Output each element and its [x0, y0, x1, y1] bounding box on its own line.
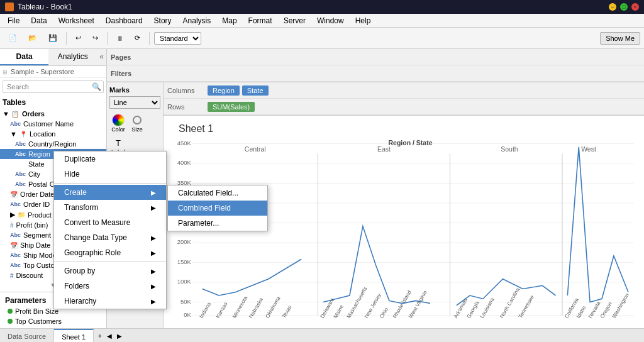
nav-right-button[interactable]: ▶ — [115, 332, 124, 340]
minimize-button[interactable]: − — [609, 3, 616, 11]
abc-icon: Abc — [10, 232, 21, 238]
field-customer-name[interactable]: Abc Customer Name — [0, 119, 106, 129]
menu-analysis[interactable]: Analysis — [178, 15, 216, 26]
state-pill[interactable]: State — [242, 86, 269, 96]
menu-dashboard[interactable]: Dashboard — [101, 15, 148, 26]
orders-group-title[interactable]: ▼ 📋 Orders — [0, 109, 106, 119]
abc-icon: Abc — [10, 201, 21, 207]
separator-2 — [107, 32, 108, 45]
separator-1 — [66, 32, 67, 45]
svg-text:Nebraska: Nebraska — [248, 296, 265, 319]
ctx-change-data-type[interactable]: Change Data Type ▶ — [54, 230, 166, 245]
calendar-icon: 📅 — [10, 242, 18, 249]
abc-icon: Abc — [15, 181, 26, 187]
group-by-arrow-icon: ▶ — [151, 268, 156, 275]
svg-text:Louisiana: Louisiana — [479, 296, 496, 319]
sum-sales-pill[interactable]: SUM(Sales) — [208, 102, 255, 112]
ctx-convert-measure[interactable]: Convert to Measure — [54, 215, 166, 230]
save-button[interactable]: 💾 — [44, 31, 62, 45]
rows-label: Rows — [167, 103, 205, 111]
pages-row: Pages — [107, 49, 644, 65]
filters-row: Filters — [107, 65, 644, 82]
abc-icon: Abc — [15, 161, 26, 167]
field-country-region[interactable]: Abc Country/Region — [0, 139, 106, 149]
menu-worksheet[interactable]: Worksheet — [53, 15, 99, 26]
east-line — [323, 226, 430, 304]
ctx-parameter[interactable]: Parameter... — [168, 216, 267, 231]
abc-icon: Abc — [10, 252, 21, 258]
svg-text:Idaho: Idaho — [575, 304, 587, 319]
app-icon — [5, 3, 14, 11]
menu-file[interactable]: File — [3, 15, 25, 26]
transform-arrow-icon: ▶ — [151, 204, 156, 211]
pause-button[interactable]: ⏸ — [112, 32, 128, 45]
menu-format[interactable]: Format — [243, 15, 277, 26]
ctx-hierarchy[interactable]: Hierarchy ▶ — [54, 294, 166, 309]
ctx-transform[interactable]: Transform ▶ — [54, 200, 166, 215]
param-icon — [8, 319, 13, 324]
ctx-create[interactable]: Create ▶ — [54, 185, 166, 200]
svg-text:Oklahoma: Oklahoma — [264, 295, 282, 319]
ctx-folders[interactable]: Folders ▶ — [54, 279, 166, 294]
change-data-type-arrow-icon: ▶ — [151, 234, 156, 241]
menu-window[interactable]: Window — [312, 15, 349, 26]
param-icon — [8, 309, 13, 314]
ctx-geographic-role[interactable]: Geographic Role ▶ — [54, 245, 166, 260]
color-mark-btn[interactable]: Color — [109, 113, 127, 134]
add-sheet-button[interactable]: + — [96, 332, 104, 340]
tab-analytics[interactable]: Analytics — [48, 49, 97, 65]
field-location-group[interactable]: ▼ 📍 Location — [0, 129, 106, 139]
maximize-button[interactable]: □ — [620, 3, 628, 11]
svg-text:150K: 150K — [177, 258, 192, 265]
standard-dropdown[interactable]: Standard — [154, 32, 201, 45]
redo-button[interactable]: ↪ — [88, 31, 103, 45]
ctx-sep-1 — [54, 183, 166, 184]
columns-shelf: Columns Region State — [164, 82, 644, 99]
svg-text:200K: 200K — [177, 238, 192, 245]
ctx-group-by[interactable]: Group by ▶ — [54, 263, 166, 279]
separator-3 — [149, 32, 150, 45]
svg-text:Region / State: Region / State — [388, 139, 432, 146]
search-container: 🔍 — [3, 80, 104, 93]
tab-data-source[interactable]: Data Source — [0, 329, 54, 342]
search-input[interactable] — [3, 80, 104, 93]
menu-map[interactable]: Map — [217, 15, 242, 26]
ctx-calculated-field[interactable]: Calculated Field... — [168, 185, 267, 201]
geo-role-arrow-icon: ▶ — [151, 250, 156, 256]
abc-icon: Abc — [10, 121, 21, 127]
expand-icon: ▼ — [3, 110, 9, 118]
menu-server[interactable]: Server — [279, 15, 311, 26]
region-pill[interactable]: Region — [208, 86, 240, 96]
bottom-tabs: Data Source Sheet 1 + ◀ ▶ — [0, 328, 644, 342]
menu-story[interactable]: Story — [149, 15, 177, 26]
param-top-customers[interactable]: Top Customers — [3, 316, 104, 326]
datasource-label: ⊞ Sample - Superstore — [0, 66, 106, 78]
panel-collapse-arrow[interactable]: « — [97, 49, 106, 65]
calendar-icon: 📅 — [10, 191, 18, 198]
rows-shelf: Rows SUM(Sales) — [164, 99, 644, 115]
show-me-button[interactable]: Show Me — [600, 32, 640, 45]
west-line — [567, 147, 628, 302]
abc-icon: Abc — [15, 141, 26, 147]
ctx-hide[interactable]: Hide — [54, 167, 166, 182]
menu-data[interactable]: Data — [26, 15, 52, 26]
ctx-duplicate[interactable]: Duplicate — [54, 152, 166, 167]
refresh-button[interactable]: ⟳ — [130, 31, 145, 45]
columns-label: Columns — [167, 87, 205, 94]
tab-data[interactable]: Data — [0, 49, 48, 65]
rows-pills: SUM(Sales) — [208, 102, 255, 112]
open-button[interactable]: 📂 — [24, 31, 42, 45]
menu-help[interactable]: Help — [350, 15, 376, 26]
undo-button[interactable]: ↩ — [71, 31, 86, 45]
central-line — [203, 259, 302, 295]
new-button[interactable]: 📄 — [4, 31, 21, 45]
toolbar: 📄 📂 💾 ↩ ↪ ⏸ ⟳ Standard Show Me — [0, 28, 644, 49]
nav-left-button[interactable]: ◀ — [105, 332, 114, 340]
ctx-combined-field[interactable]: Combined Field — [168, 201, 267, 216]
title-bar: Tableau - Book1 − □ × — [0, 0, 644, 14]
tables-header: Tables — [0, 96, 106, 108]
size-mark-btn[interactable]: Size — [128, 113, 146, 134]
marks-type-dropdown[interactable]: Line Bar Circle Square Shape Text Map — [109, 96, 160, 109]
close-button[interactable]: × — [631, 3, 639, 11]
tab-sheet1[interactable]: Sheet 1 — [54, 329, 94, 342]
